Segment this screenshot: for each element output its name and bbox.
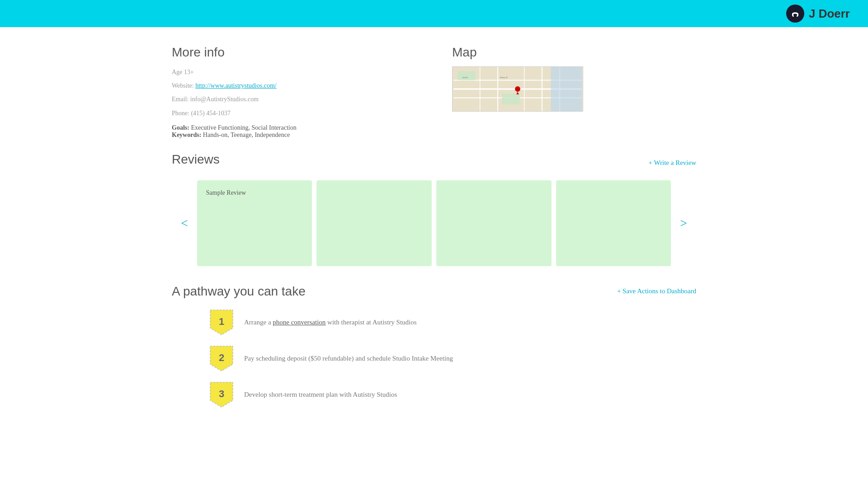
step-1-number: 1 [219, 316, 224, 328]
svg-rect-12 [502, 94, 520, 105]
step-3-badge: 3 [208, 380, 235, 409]
pathway-header: A pathway you can take + Save Actions to… [172, 284, 696, 299]
avatar [786, 5, 804, 23]
reviews-title: Reviews [172, 152, 220, 167]
website-info: Website: http://www.autistrystudios.com/ [172, 80, 416, 91]
list-item: .badge-shape { fill: #f5e642; stroke: #b… [208, 308, 696, 337]
keywords-label: Keywords: [172, 131, 201, 138]
goals-info: Goals: Executive Functioning, Social Int… [172, 124, 416, 131]
step-3-text: Develop short-term treatment plan with A… [244, 389, 397, 400]
email-label: Email: [172, 96, 189, 103]
goals-value: Executive Functioning, Social Interactio… [191, 124, 296, 131]
step-1-badge: .badge-shape { fill: #f5e642; stroke: #b… [208, 308, 235, 337]
more-info-section: More info Age 13+ Website: http://www.au… [172, 45, 416, 139]
email-info: Email: info@AutistryStudios.com [172, 94, 416, 105]
map-section: Map [452, 45, 696, 139]
age-info: Age 13+ [172, 66, 416, 78]
reviews-header: Reviews + Write a Review [172, 152, 696, 174]
list-item: 3 Develop short-term treatment plan with… [208, 380, 696, 409]
username: J Doerr [809, 7, 850, 21]
list-item [436, 180, 552, 266]
review-text: Sample Review [206, 189, 246, 196]
svg-text:2nd St: 2nd St [462, 76, 468, 79]
carousel-left-arrow[interactable]: < [172, 216, 197, 230]
list-item: 2 Pay scheduling deposit ($50 refundable… [208, 344, 696, 373]
list-item: Sample Review [197, 180, 312, 266]
pathway-section: A pathway you can take + Save Actions to… [172, 284, 696, 414]
website-link[interactable]: http://www.autistrystudios.com/ [195, 82, 277, 89]
list-item [556, 180, 671, 266]
user-info: J Doerr [786, 5, 850, 23]
reviews-carousel: < Sample Review > [172, 180, 696, 266]
save-dashboard-link[interactable]: + Save Actions to Dashboard [617, 287, 696, 295]
pathway-steps: .badge-shape { fill: #f5e642; stroke: #b… [172, 308, 696, 414]
phone-conversation-link[interactable]: phone conversation [273, 319, 326, 326]
step-2-number: 2 [219, 352, 224, 364]
phone-value: (415) 454-1037 [191, 110, 231, 117]
list-item [316, 180, 432, 266]
write-review-link[interactable]: + Write a Review [649, 159, 696, 167]
step-2-badge: 2 [208, 344, 235, 373]
more-info-title: More info [172, 45, 416, 60]
email-value: info@AutistryStudios.com [190, 96, 259, 103]
carousel-right-arrow[interactable]: > [671, 216, 696, 230]
step-2-text: Pay scheduling deposit ($50 refundable) … [244, 353, 453, 364]
main-content: More info Age 13+ Website: http://www.au… [0, 27, 868, 450]
top-section: More info Age 13+ Website: http://www.au… [172, 45, 696, 139]
pathway-title: A pathway you can take [172, 284, 306, 299]
svg-point-13 [515, 86, 520, 92]
svg-text:Duffy Pl: Duffy Pl [500, 76, 508, 79]
step-3-number: 3 [219, 388, 224, 400]
svg-rect-10 [551, 67, 582, 111]
keywords-value: Hands-on, Teenage, Independence [203, 131, 290, 138]
step-1-text: Arrange a phone conversation with therap… [244, 317, 417, 328]
reviews-section: Reviews + Write a Review < Sample Review… [172, 152, 696, 266]
map-image[interactable]: 2nd St Duffy Pl [452, 66, 583, 112]
phone-info: Phone: (415) 454-1037 [172, 108, 416, 119]
keywords-info: Keywords: Hands-on, Teenage, Independenc… [172, 131, 416, 139]
phone-label: Phone: [172, 110, 189, 117]
goals-label: Goals: [172, 124, 189, 131]
reviews-grid: Sample Review [197, 180, 671, 266]
map-title: Map [452, 45, 696, 60]
website-label: Website: [172, 82, 194, 89]
header: J Doerr [0, 0, 868, 27]
